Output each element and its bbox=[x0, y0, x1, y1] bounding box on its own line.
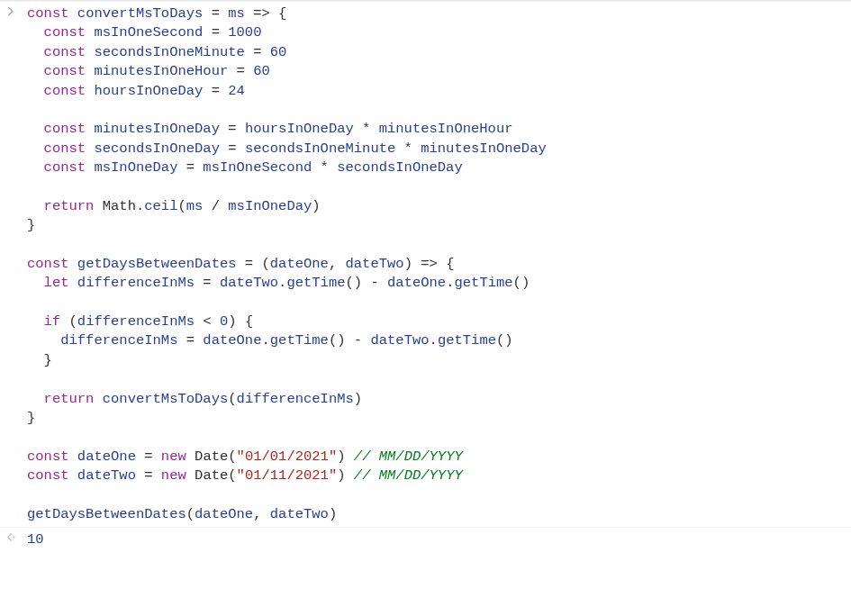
number-literal: 0 bbox=[220, 313, 228, 330]
number-literal: 60 bbox=[270, 44, 287, 60]
parameter: dateOne bbox=[270, 256, 329, 272]
method: getTime bbox=[270, 332, 329, 349]
keyword-new: new bbox=[161, 448, 186, 465]
devtools-console: const convertMsToDays = ms => { const ms… bbox=[0, 0, 851, 616]
identifier: Math bbox=[103, 198, 136, 214]
identifier: minutesInOneDay bbox=[94, 121, 220, 137]
number-literal: 60 bbox=[253, 63, 270, 79]
function-call: convertMsToDays bbox=[103, 391, 229, 407]
input-prompt-icon bbox=[0, 5, 22, 16]
identifier: hoursInOneDay bbox=[245, 121, 354, 137]
keyword-const: const bbox=[44, 140, 86, 157]
identifier: msInOneSecond bbox=[94, 24, 203, 41]
identifier: convertMsToDays bbox=[77, 5, 204, 22]
identifier: differenceInMs bbox=[77, 313, 195, 330]
keyword-const: const bbox=[44, 24, 86, 41]
identifier: hoursInOneDay bbox=[94, 83, 203, 99]
method: getTime bbox=[454, 275, 512, 291]
number-literal: 24 bbox=[228, 83, 245, 99]
parameter: ms bbox=[228, 5, 245, 22]
method: ceil bbox=[144, 198, 177, 214]
keyword-const: const bbox=[27, 256, 69, 272]
identifier: dateOne bbox=[387, 275, 446, 291]
class-name: Date bbox=[195, 448, 228, 465]
string-literal: "01/01/2021" bbox=[237, 448, 338, 465]
keyword-return: return bbox=[44, 198, 95, 214]
keyword-const: const bbox=[44, 63, 86, 79]
identifier: minutesInOneHour bbox=[379, 121, 513, 137]
identifier: secondsInOneMinute bbox=[245, 140, 395, 157]
comment: // MM/DD/YYYY bbox=[354, 467, 463, 484]
output-prompt-icon bbox=[0, 530, 22, 542]
method: getTime bbox=[438, 332, 496, 349]
keyword-const: const bbox=[27, 467, 69, 484]
keyword-const: const bbox=[44, 44, 86, 60]
identifier: differenceInMs bbox=[77, 275, 195, 291]
identifier: dateTwo bbox=[220, 275, 278, 291]
keyword-const: const bbox=[44, 121, 86, 137]
identifier: differenceInMs bbox=[60, 332, 177, 349]
string-literal: "01/11/2021" bbox=[237, 467, 338, 484]
identifier: minutesInOneHour bbox=[94, 63, 228, 79]
identifier: dateTwo bbox=[370, 332, 429, 349]
keyword-const: const bbox=[44, 159, 86, 176]
keyword-if: if bbox=[44, 313, 61, 330]
class-name: Date bbox=[195, 467, 228, 484]
function-call: getDaysBetweenDates bbox=[27, 506, 186, 522]
identifier: msInOneDay bbox=[94, 159, 177, 176]
keyword-let: let bbox=[44, 275, 69, 291]
identifier: differenceInMs bbox=[237, 391, 354, 407]
identifier: dateOne bbox=[195, 506, 253, 522]
keyword-new: new bbox=[161, 467, 186, 484]
console-output-value: 10 bbox=[22, 530, 851, 549]
identifier: dateTwo bbox=[77, 467, 136, 484]
identifier: msInOneSecond bbox=[203, 159, 312, 176]
identifier: msInOneDay bbox=[228, 198, 312, 214]
identifier: minutesInOneDay bbox=[421, 140, 547, 157]
identifier: secondsInOneMinute bbox=[94, 44, 244, 60]
identifier: ms bbox=[186, 198, 204, 214]
result-number: 10 bbox=[27, 531, 44, 548]
console-input-row[interactable]: const convertMsToDays = ms => { const ms… bbox=[0, 1, 851, 527]
identifier: dateTwo bbox=[270, 506, 329, 522]
number-literal: 1000 bbox=[228, 24, 261, 41]
identifier: dateOne bbox=[77, 448, 136, 465]
keyword-const: const bbox=[44, 83, 86, 99]
identifier: dateOne bbox=[203, 332, 261, 349]
identifier: getDaysBetweenDates bbox=[77, 256, 237, 272]
method: getTime bbox=[286, 275, 345, 291]
console-input-code[interactable]: const convertMsToDays = ms => { const ms… bbox=[22, 5, 851, 524]
identifier: secondsInOneDay bbox=[94, 140, 220, 157]
keyword-const: const bbox=[27, 5, 69, 22]
svg-point-0 bbox=[13, 536, 14, 538]
console-output-row: 10 bbox=[0, 527, 851, 552]
parameter: dateTwo bbox=[346, 256, 404, 272]
identifier: secondsInOneDay bbox=[337, 159, 463, 176]
keyword-const: const bbox=[27, 448, 69, 465]
keyword-return: return bbox=[44, 391, 95, 407]
comment: // MM/DD/YYYY bbox=[354, 448, 463, 465]
